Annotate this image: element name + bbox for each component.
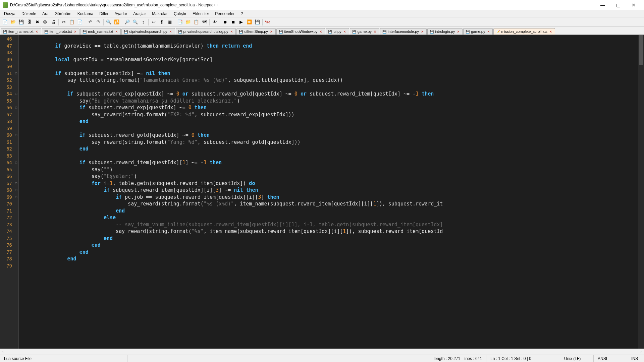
tab-label: game.py	[471, 29, 485, 34]
tab-close-icon[interactable]: ×	[114, 29, 118, 34]
code-area[interactable]: if goreviSec == table.getn(tamamlanmamis…	[19, 35, 638, 349]
status-eol[interactable]: Unix (LF)	[560, 355, 594, 362]
wordwrap-icon[interactable]: ↩	[150, 18, 157, 26]
monitor-icon[interactable]: 👁	[211, 18, 218, 26]
vertical-scrollbar[interactable]	[638, 35, 644, 349]
scroll-right-icon[interactable]: ›	[638, 349, 644, 355]
save-all-icon[interactable]: 🗄	[25, 18, 33, 26]
save-icon[interactable]: 💾	[17, 18, 25, 26]
tab-item_names-txt[interactable]: 💾item_names.txt×	[1, 28, 41, 35]
menu-düzenle[interactable]: Düzenle	[19, 11, 39, 17]
tab-close-icon[interactable]: ×	[549, 29, 553, 34]
close-file-icon[interactable]: ✖	[34, 18, 41, 26]
tab-item_proto-txt[interactable]: 💾item_proto.txt×	[42, 28, 80, 35]
record-macro-icon[interactable]: ⏺	[221, 18, 229, 26]
function-list-icon[interactable]: 📋	[193, 18, 200, 26]
tab-game-py[interactable]: 💾game.py×	[463, 28, 493, 35]
new-file-icon[interactable]: 📄	[1, 18, 9, 26]
status-insert-mode[interactable]: INS	[627, 355, 644, 362]
redo-icon[interactable]: ↷	[95, 18, 102, 26]
minimize-button[interactable]: —	[595, 0, 610, 10]
tab-game-py[interactable]: 💾game.py×	[350, 28, 379, 35]
maximize-button[interactable]: ▢	[610, 0, 626, 10]
menu-makrolar[interactable]: Makrolar	[149, 11, 170, 17]
tab-intrologin-py[interactable]: 💾intrologin.py×	[427, 28, 463, 35]
tab-itemShopWindow-py[interactable]: 💾itemShopWindow.py×	[276, 28, 325, 35]
undo-icon[interactable]: ↶	[87, 18, 94, 26]
tab-bar: 💾item_names.txt×💾item_proto.txt×💾mob_nam…	[0, 27, 644, 35]
stop-macro-icon[interactable]: ⏹	[229, 18, 237, 26]
tab-close-icon[interactable]: ×	[269, 29, 273, 34]
menu-eklentiler[interactable]: Eklentiler	[190, 11, 212, 17]
editor[interactable]: 4647484950515253545556575859606162636465…	[0, 35, 644, 349]
tab-interfacemodule-py[interactable]: 💾interfacemodule.py×	[380, 28, 427, 35]
file-icon: 💾	[83, 29, 87, 34]
tab-close-icon[interactable]: ×	[420, 29, 424, 34]
menu-ayarlar[interactable]: Ayarlar	[112, 11, 130, 17]
show-all-chars-icon[interactable]: ¶	[158, 18, 165, 26]
tab-close-icon[interactable]: ×	[486, 29, 490, 34]
file-icon: 💾	[124, 29, 128, 34]
tab-uiprivateshopsearch-py[interactable]: 💾uiprivateshopsearch.py×	[121, 28, 175, 35]
indent-guide-icon[interactable]: ▦	[166, 18, 173, 26]
menu-görünüm[interactable]: Görünüm	[52, 11, 74, 17]
menu-?[interactable]: ?	[238, 11, 246, 17]
copy-icon[interactable]: 📋	[68, 18, 75, 26]
tab-close-icon[interactable]: ×	[319, 29, 323, 34]
scroll-left-icon[interactable]: ‹	[0, 349, 6, 355]
tab-close-icon[interactable]: ×	[35, 29, 39, 34]
tab-close-icon[interactable]: ×	[373, 29, 377, 34]
file-icon: 💾	[466, 29, 470, 34]
tab-mob_names-txt[interactable]: 💾mob_names.txt×	[80, 28, 121, 35]
line-number-gutter: 4647484950515253545556575859606162636465…	[0, 35, 14, 349]
open-file-icon[interactable]: 📂	[9, 18, 17, 26]
tab-close-icon[interactable]: ×	[343, 29, 347, 34]
tab-close-icon[interactable]: ×	[169, 29, 173, 34]
play-macro-icon[interactable]: ▶	[237, 18, 245, 26]
find-icon[interactable]: 🔍	[105, 18, 112, 26]
sync-scroll-icon[interactable]: ↕	[140, 18, 147, 26]
tab-mission_complete_scroll-lua[interactable]: 📝mission_complete_scroll.lua×	[493, 28, 555, 35]
play-multi-icon[interactable]: ⏩	[246, 18, 253, 26]
replace-icon[interactable]: 🔁	[113, 18, 120, 26]
doc-map-icon[interactable]: 🗺	[201, 18, 208, 26]
fold-gutter[interactable]: □□□□□□□□	[14, 35, 19, 349]
close-button[interactable]: ✕	[626, 0, 641, 10]
menu-dosya[interactable]: Dosya	[1, 11, 18, 17]
status-filetype: Lua source File	[0, 355, 127, 362]
save-macro-icon[interactable]: 💾	[254, 18, 261, 26]
menu-diller[interactable]: Diller	[97, 11, 111, 17]
print-icon[interactable]: 🖨	[50, 18, 57, 26]
menu-çalıştır[interactable]: Çalıştır	[171, 11, 189, 17]
status-encoding[interactable]: ANSI	[594, 355, 627, 362]
zoom-out-icon[interactable]: 🔍	[131, 18, 139, 26]
tab-label: game.py	[358, 29, 372, 34]
tab-privateshopsearchdialog-py[interactable]: 💾privateshopsearchdialog.py×	[176, 28, 236, 35]
menu-araçlar[interactable]: Araçlar	[130, 11, 149, 17]
file-icon: 💾	[382, 29, 386, 34]
tab-label: intrologin.py	[435, 29, 455, 34]
spellcheck-icon[interactable]: ᴬʙᴄ	[264, 18, 271, 26]
horizontal-scrollbar[interactable]: ‹ ›	[0, 349, 644, 355]
zoom-in-icon[interactable]: 🔎	[123, 18, 131, 26]
menu-pencereler[interactable]: Pencereler	[212, 11, 237, 17]
file-icon: 💾	[3, 29, 7, 34]
status-position: Ln : 1 Col : 1 Sel : 0 | 0	[486, 355, 560, 362]
menu-kodlama[interactable]: Kodlama	[75, 11, 96, 17]
file-icon: 💾	[178, 29, 182, 34]
file-icon: 💾	[430, 29, 434, 34]
folder-icon[interactable]: 📁	[184, 18, 192, 26]
tab-close-icon[interactable]: ×	[73, 29, 77, 34]
cut-icon[interactable]: ✂	[60, 18, 67, 26]
close-all-icon[interactable]: ⛒	[42, 18, 49, 26]
title-bar: D:\Casro2Stuff\git\casro2sf\srv1\share\l…	[0, 0, 644, 10]
menu-ara[interactable]: Ara	[40, 11, 51, 17]
tab-ui-py[interactable]: 💾ui.py×	[326, 28, 349, 35]
tab-close-icon[interactable]: ×	[229, 29, 233, 34]
paste-icon[interactable]: 📄	[76, 18, 84, 26]
file-icon: 💾	[352, 29, 356, 34]
language-icon[interactable]: 📑	[176, 18, 184, 26]
tab-close-icon[interactable]: ×	[456, 29, 460, 34]
tab-label: uiItemShop.py	[244, 29, 268, 34]
tab-uiItemShop-py[interactable]: 💾uiItemShop.py×	[236, 28, 275, 35]
